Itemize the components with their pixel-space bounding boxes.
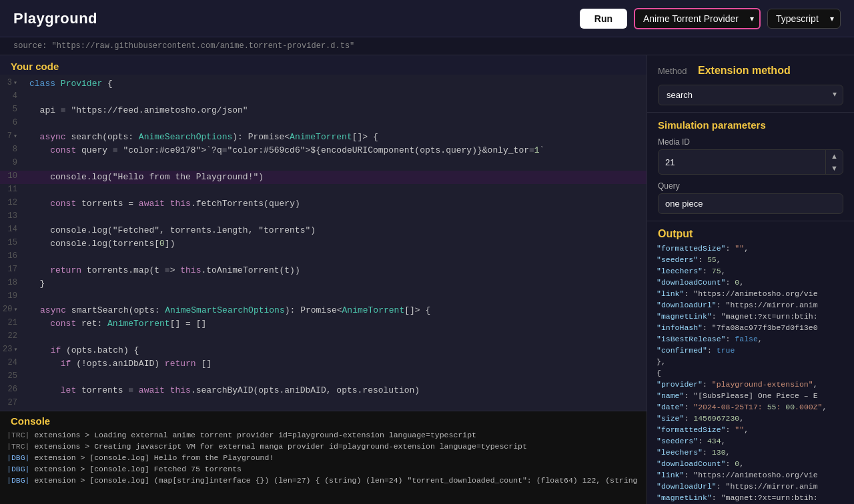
run-button[interactable]: Run bbox=[580, 9, 627, 29]
line-number: 27 bbox=[0, 397, 24, 407]
code-line: 7▾ async search(opts: AnimeSearchOptions… bbox=[0, 131, 647, 144]
line-code: async search(opts: AnimeSearchOptions): … bbox=[24, 131, 647, 144]
fold-arrow-icon[interactable]: ▾ bbox=[13, 79, 17, 87]
output-line: "provider": "playground-extension", bbox=[657, 379, 845, 390]
media-id-stepper: ▲ ▼ bbox=[825, 150, 843, 174]
output-line: "size": 1456967230, bbox=[657, 413, 845, 424]
line-code bbox=[24, 331, 647, 332]
console-line-content: extension > [console.log] (map[string]in… bbox=[34, 476, 637, 485]
line-number: 17 bbox=[0, 264, 24, 274]
line-number: 7▾ bbox=[0, 131, 24, 141]
code-line: 3▾class Provider { bbox=[0, 77, 647, 91]
method-select-wrapper: search smartSearch fetchTorrents ▾ bbox=[658, 82, 843, 105]
console-line: |TRC| extensions > Loading external anim… bbox=[7, 429, 640, 441]
code-line: 9 bbox=[0, 157, 647, 171]
sim-params-section: Simulation parameters Media ID ▲ ▼ Query bbox=[647, 113, 854, 221]
line-number: 16 bbox=[0, 251, 24, 261]
code-section: Your code 3▾class Provider {45 api = "ht… bbox=[0, 55, 647, 411]
code-line: 10 console.log("Hello from the Playgroun… bbox=[0, 171, 647, 184]
code-line: 11 bbox=[0, 184, 647, 197]
line-code: if (opts.batch) { bbox=[24, 344, 647, 357]
line-number: 22 bbox=[0, 331, 24, 341]
code-line: 25 bbox=[0, 371, 647, 384]
line-number: 6 bbox=[0, 117, 24, 127]
line-code: api = "https://feed.animetosho.org/json" bbox=[24, 104, 647, 117]
output-section: Output "formattedSize": "","seeders": 55… bbox=[647, 221, 854, 504]
code-line: 16 bbox=[0, 251, 647, 264]
line-number: 13 bbox=[0, 211, 24, 221]
console-line-content: extension > [console.log] Hello from the… bbox=[34, 453, 274, 462]
output-line: "link": "https://animetosho.org/vie bbox=[657, 469, 845, 481]
provider-dropdown[interactable]: Anime Torrent Provider Manga Provider Mo… bbox=[634, 8, 761, 29]
output-line: "seeders": 55, bbox=[657, 254, 845, 265]
line-code: console.log(torrents[0]) bbox=[24, 237, 647, 251]
code-editor[interactable]: 3▾class Provider {45 api = "https://feed… bbox=[0, 75, 647, 411]
query-label: Query bbox=[658, 181, 843, 191]
code-line: 23▾ if (opts.batch) { bbox=[0, 344, 647, 357]
output-line: "isBestRelease": false, bbox=[657, 333, 845, 345]
console-line: |DBG| extension > [console.log] (map[str… bbox=[7, 475, 640, 486]
console-line-content: extensions > Loading external anime torr… bbox=[34, 431, 476, 439]
media-id-input[interactable] bbox=[659, 153, 825, 172]
console-line-content: extension > [console.log] Fetched 75 tor… bbox=[34, 465, 242, 473]
line-code: if (!opts.aniDbAID) return [] bbox=[24, 357, 647, 371]
code-line: 8 const query = "color:#ce9178">`?q="col… bbox=[0, 144, 647, 157]
code-line: 17 return torrents.map(t => this.toAnime… bbox=[0, 264, 647, 277]
lang-dropdown[interactable]: Typescript JavaScript bbox=[767, 9, 841, 29]
code-line: 26 let torrents = await this.searchByAID… bbox=[0, 384, 647, 397]
media-id-label: Media ID bbox=[658, 137, 843, 147]
console-line-type: |DBG| bbox=[7, 465, 30, 473]
console-label: Console bbox=[0, 411, 647, 428]
output-content[interactable]: "formattedSize": "","seeders": 55,"leech… bbox=[647, 243, 854, 504]
line-code: async smartSearch(opts: AnimeSmartSearch… bbox=[24, 304, 647, 317]
fold-arrow-icon[interactable]: ▾ bbox=[13, 345, 17, 353]
line-code bbox=[24, 184, 647, 185]
line-number: 9 bbox=[0, 157, 24, 167]
breadcrumb-text: source: "https://raw.githubusercontent.c… bbox=[13, 41, 354, 51]
code-line: 24 if (!opts.aniDbAID) return [] bbox=[0, 357, 647, 371]
output-line: "leechers": 130, bbox=[657, 447, 845, 458]
output-line: }, bbox=[657, 356, 845, 367]
code-line: 18 } bbox=[0, 277, 647, 291]
query-input[interactable] bbox=[658, 193, 843, 214]
line-code: return torrents.map(t => this.toAnimeTor… bbox=[24, 264, 647, 277]
line-code bbox=[24, 397, 647, 399]
right-panel: Method Extension method search smartSear… bbox=[647, 55, 854, 504]
line-code bbox=[24, 117, 647, 119]
code-line: 14 console.log("Fetched", torrents.lengt… bbox=[0, 224, 647, 237]
app-title: Playground bbox=[13, 10, 97, 27]
console-line-content: extensions > Creating javascript VM for … bbox=[34, 442, 526, 451]
code-line: 20▾ async smartSearch(opts: AnimeSmartSe… bbox=[0, 304, 647, 317]
console-line-type: |DBG| bbox=[7, 476, 30, 485]
output-line: "leechers": 75, bbox=[657, 265, 845, 277]
console-line-type: |DBG| bbox=[7, 453, 30, 462]
line-code: class Provider { bbox=[24, 77, 647, 91]
output-line: "formattedSize": "", bbox=[657, 424, 845, 435]
media-id-increment[interactable]: ▲ bbox=[826, 150, 843, 162]
method-select[interactable]: search smartSearch fetchTorrents bbox=[658, 85, 843, 105]
line-number: 11 bbox=[0, 184, 24, 194]
code-line: 4 bbox=[0, 91, 647, 104]
output-line: "downloadUrl": "https://mirror.anim bbox=[657, 481, 845, 492]
console-output[interactable]: |TRC| extensions > Loading external anim… bbox=[0, 428, 647, 504]
code-line: 15 console.log(torrents[0]) bbox=[0, 237, 647, 251]
output-line: "seeders": 434, bbox=[657, 435, 845, 447]
media-id-decrement[interactable]: ▼ bbox=[826, 162, 843, 174]
line-code bbox=[24, 91, 647, 92]
method-section: Method Extension method search smartSear… bbox=[647, 55, 854, 113]
fold-arrow-icon[interactable]: ▾ bbox=[13, 305, 17, 313]
output-label: Output bbox=[647, 221, 854, 243]
console-line: |TRC| extensions > Creating javascript V… bbox=[7, 441, 640, 452]
media-id-wrapper: ▲ ▼ bbox=[658, 149, 843, 175]
output-line: "formattedSize": "", bbox=[657, 243, 845, 254]
breadcrumb: source: "https://raw.githubusercontent.c… bbox=[0, 37, 854, 55]
left-panel: Your code 3▾class Provider {45 api = "ht… bbox=[0, 55, 647, 504]
console-line-type: |TRC| bbox=[7, 442, 30, 451]
console-line: |DBG| extension > [console.log] Fetched … bbox=[7, 463, 640, 475]
line-number: 23▾ bbox=[0, 344, 24, 354]
line-number: 26 bbox=[0, 384, 24, 394]
line-code: let torrents = await this.searchByAID(op… bbox=[24, 384, 647, 397]
fold-arrow-icon[interactable]: ▾ bbox=[13, 132, 17, 140]
code-line: 27 bbox=[0, 397, 647, 411]
output-line: "magnetLink": "magnet:?xt=urn:btih: bbox=[657, 492, 845, 503]
